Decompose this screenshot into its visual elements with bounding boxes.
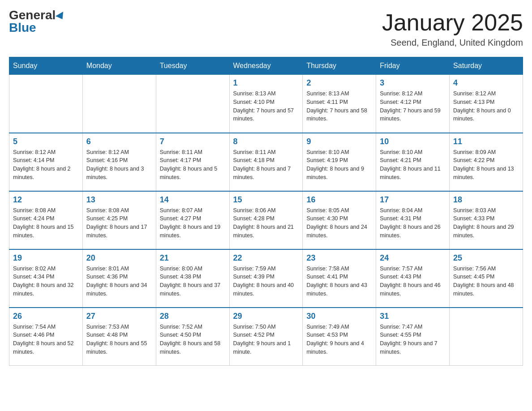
- day-number: 30: [306, 312, 372, 321]
- calendar-cell: 25Sunrise: 7:56 AMSunset: 4:45 PMDayligh…: [450, 249, 523, 308]
- calendar-header-saturday: Saturday: [450, 57, 523, 75]
- day-number: 9: [306, 137, 372, 146]
- day-number: 27: [86, 312, 152, 321]
- day-number: 6: [86, 137, 152, 146]
- day-info: Sunrise: 8:08 AMSunset: 4:25 PMDaylight:…: [86, 206, 152, 240]
- month-title: January 2025: [382, 9, 523, 36]
- calendar-cell: 1Sunrise: 8:13 AMSunset: 4:10 PMDaylight…: [229, 75, 303, 133]
- day-info: Sunrise: 7:53 AMSunset: 4:48 PMDaylight:…: [86, 323, 152, 356]
- day-number: 17: [380, 195, 446, 205]
- calendar-table: SundayMondayTuesdayWednesdayThursdayFrid…: [9, 57, 523, 366]
- day-info: Sunrise: 7:50 AMSunset: 4:52 PMDaylight:…: [233, 323, 299, 356]
- calendar-cell: 2Sunrise: 8:13 AMSunset: 4:11 PMDaylight…: [303, 75, 376, 133]
- day-info: Sunrise: 7:49 AMSunset: 4:53 PMDaylight:…: [306, 323, 372, 356]
- calendar-cell: 22Sunrise: 7:59 AMSunset: 4:39 PMDayligh…: [229, 249, 303, 308]
- day-number: 2: [306, 78, 372, 88]
- day-info: Sunrise: 7:57 AMSunset: 4:43 PMDaylight:…: [380, 265, 446, 298]
- calendar-cell: 9Sunrise: 8:10 AMSunset: 4:19 PMDaylight…: [303, 133, 376, 191]
- day-number: 23: [306, 253, 372, 263]
- day-number: 4: [453, 78, 519, 88]
- calendar-cell: 14Sunrise: 8:07 AMSunset: 4:27 PMDayligh…: [156, 191, 229, 249]
- day-info: Sunrise: 7:59 AMSunset: 4:39 PMDaylight:…: [233, 265, 299, 298]
- day-number: 3: [380, 78, 446, 88]
- calendar-cell: [156, 75, 229, 133]
- day-number: 16: [306, 195, 372, 205]
- calendar-week-row: 12Sunrise: 8:08 AMSunset: 4:24 PMDayligh…: [9, 191, 523, 249]
- calendar-cell: 28Sunrise: 7:52 AMSunset: 4:50 PMDayligh…: [156, 308, 229, 366]
- day-info: Sunrise: 8:12 AMSunset: 4:13 PMDaylight:…: [453, 90, 519, 123]
- day-number: 21: [160, 253, 226, 263]
- logo: General Blue: [9, 9, 65, 34]
- location-text: Seend, England, United Kingdom: [382, 38, 523, 48]
- calendar-week-row: 5Sunrise: 8:12 AMSunset: 4:14 PMDaylight…: [9, 133, 523, 191]
- calendar-cell: 12Sunrise: 8:08 AMSunset: 4:24 PMDayligh…: [9, 191, 83, 249]
- day-number: 22: [233, 253, 299, 263]
- calendar-cell: 18Sunrise: 8:03 AMSunset: 4:33 PMDayligh…: [450, 191, 523, 249]
- day-info: Sunrise: 8:04 AMSunset: 4:31 PMDaylight:…: [380, 206, 446, 240]
- day-info: Sunrise: 8:06 AMSunset: 4:28 PMDaylight:…: [233, 206, 299, 240]
- calendar-cell: 11Sunrise: 8:09 AMSunset: 4:22 PMDayligh…: [450, 133, 523, 191]
- calendar-header-wednesday: Wednesday: [229, 57, 303, 75]
- calendar-cell: [450, 308, 523, 366]
- logo-triangle-icon: [56, 12, 66, 21]
- day-info: Sunrise: 8:12 AMSunset: 4:14 PMDaylight:…: [13, 148, 79, 182]
- day-number: 10: [380, 137, 446, 146]
- day-number: 13: [86, 195, 152, 205]
- day-info: Sunrise: 8:08 AMSunset: 4:24 PMDaylight:…: [13, 206, 79, 240]
- day-number: 18: [453, 195, 519, 205]
- calendar-cell: [82, 75, 156, 133]
- calendar-header-monday: Monday: [82, 57, 156, 75]
- day-number: 24: [380, 253, 446, 263]
- calendar-cell: 27Sunrise: 7:53 AMSunset: 4:48 PMDayligh…: [82, 308, 156, 366]
- calendar-cell: 6Sunrise: 8:12 AMSunset: 4:16 PMDaylight…: [82, 133, 156, 191]
- day-info: Sunrise: 8:05 AMSunset: 4:30 PMDaylight:…: [306, 206, 372, 240]
- calendar-cell: 15Sunrise: 8:06 AMSunset: 4:28 PMDayligh…: [229, 191, 303, 249]
- day-number: 11: [453, 137, 519, 146]
- calendar-cell: 19Sunrise: 8:02 AMSunset: 4:34 PMDayligh…: [9, 249, 83, 308]
- day-number: 28: [160, 312, 226, 321]
- day-info: Sunrise: 8:02 AMSunset: 4:34 PMDaylight:…: [13, 265, 79, 298]
- day-info: Sunrise: 8:10 AMSunset: 4:19 PMDaylight:…: [306, 148, 372, 182]
- day-number: 12: [13, 195, 79, 205]
- calendar-header-friday: Friday: [376, 57, 450, 75]
- day-number: 20: [86, 253, 152, 263]
- day-info: Sunrise: 7:47 AMSunset: 4:55 PMDaylight:…: [380, 323, 446, 356]
- day-info: Sunrise: 8:10 AMSunset: 4:21 PMDaylight:…: [380, 148, 446, 182]
- calendar-cell: 29Sunrise: 7:50 AMSunset: 4:52 PMDayligh…: [229, 308, 303, 366]
- calendar-header-tuesday: Tuesday: [156, 57, 229, 75]
- logo-general-text: General: [9, 8, 56, 22]
- day-number: 19: [13, 253, 79, 263]
- calendar-cell: 5Sunrise: 8:12 AMSunset: 4:14 PMDaylight…: [9, 133, 83, 191]
- calendar-week-row: 26Sunrise: 7:54 AMSunset: 4:46 PMDayligh…: [9, 308, 523, 366]
- logo-top: General: [9, 9, 65, 21]
- day-number: 5: [13, 137, 79, 146]
- page-header: General Blue January 2025 Seend, England…: [9, 9, 523, 48]
- day-number: 25: [453, 253, 519, 263]
- logo-blue-text: Blue: [9, 21, 36, 34]
- calendar-cell: 20Sunrise: 8:01 AMSunset: 4:36 PMDayligh…: [82, 249, 156, 308]
- day-info: Sunrise: 8:12 AMSunset: 4:16 PMDaylight:…: [86, 148, 152, 182]
- calendar-cell: [9, 75, 83, 133]
- calendar-cell: 10Sunrise: 8:10 AMSunset: 4:21 PMDayligh…: [376, 133, 450, 191]
- day-number: 29: [233, 312, 299, 321]
- calendar-week-row: 1Sunrise: 8:13 AMSunset: 4:10 PMDaylight…: [9, 75, 523, 133]
- calendar-week-row: 19Sunrise: 8:02 AMSunset: 4:34 PMDayligh…: [9, 249, 523, 308]
- day-number: 7: [160, 137, 226, 146]
- calendar-cell: 16Sunrise: 8:05 AMSunset: 4:30 PMDayligh…: [303, 191, 376, 249]
- calendar-cell: 23Sunrise: 7:58 AMSunset: 4:41 PMDayligh…: [303, 249, 376, 308]
- calendar-header-sunday: Sunday: [9, 57, 83, 75]
- calendar-header-thursday: Thursday: [303, 57, 376, 75]
- day-info: Sunrise: 8:00 AMSunset: 4:38 PMDaylight:…: [160, 265, 226, 298]
- day-number: 8: [233, 137, 299, 146]
- day-info: Sunrise: 8:13 AMSunset: 4:10 PMDaylight:…: [233, 90, 299, 123]
- calendar-cell: 17Sunrise: 8:04 AMSunset: 4:31 PMDayligh…: [376, 191, 450, 249]
- day-info: Sunrise: 8:07 AMSunset: 4:27 PMDaylight:…: [160, 206, 226, 240]
- calendar-cell: 13Sunrise: 8:08 AMSunset: 4:25 PMDayligh…: [82, 191, 156, 249]
- day-info: Sunrise: 8:09 AMSunset: 4:22 PMDaylight:…: [453, 148, 519, 182]
- calendar-cell: 7Sunrise: 8:11 AMSunset: 4:17 PMDaylight…: [156, 133, 229, 191]
- day-number: 26: [13, 312, 79, 321]
- day-number: 1: [233, 78, 299, 88]
- calendar-cell: 8Sunrise: 8:11 AMSunset: 4:18 PMDaylight…: [229, 133, 303, 191]
- calendar-cell: 21Sunrise: 8:00 AMSunset: 4:38 PMDayligh…: [156, 249, 229, 308]
- day-info: Sunrise: 8:03 AMSunset: 4:33 PMDaylight:…: [453, 206, 519, 240]
